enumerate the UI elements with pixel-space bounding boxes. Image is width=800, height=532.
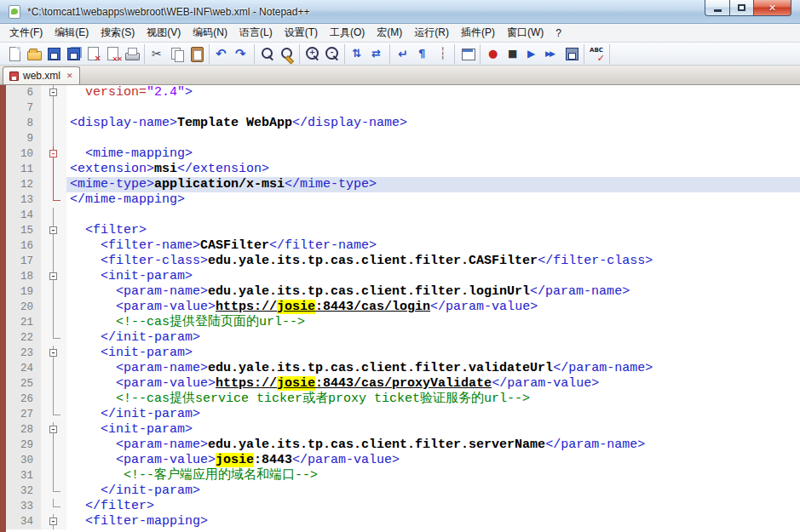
line-number[interactable]: 18 (6, 269, 41, 284)
menu-item-file[interactable]: 文件(F) (3, 24, 49, 42)
line-number[interactable]: 17 (6, 254, 41, 269)
zoom-out-icon[interactable] (324, 45, 342, 63)
save-icon[interactable] (45, 45, 63, 63)
zoom-in-icon[interactable] (304, 45, 322, 63)
print-icon[interactable] (124, 45, 141, 63)
code-text[interactable] (66, 208, 800, 223)
code-text[interactable]: <!--cas提供service ticker或者proxy ticket验证服… (66, 392, 800, 407)
code-text[interactable]: </init-param> (66, 407, 800, 422)
code-text[interactable]: <mime-type>application/x-msi</mime-type> (66, 177, 800, 192)
code-text[interactable]: </init-param> (66, 330, 800, 346)
menu-item-window[interactable]: 窗口(W) (501, 24, 550, 42)
paste-icon[interactable] (188, 45, 206, 63)
menu-item-view[interactable]: 视图(V) (141, 24, 187, 42)
line-number[interactable]: 9 (6, 131, 41, 146)
code-text[interactable]: <filter> (66, 223, 800, 238)
line-number[interactable]: 24 (6, 361, 41, 376)
fold-collapse-icon[interactable]: - (49, 518, 57, 525)
menu-item-help[interactable]: ? (550, 26, 567, 41)
line-number[interactable]: 29 (6, 438, 41, 453)
line-number[interactable]: 10 (6, 146, 41, 162)
code-text[interactable]: </mime-mapping> (66, 192, 800, 208)
line-number[interactable]: 19 (6, 284, 41, 300)
menu-item-run[interactable]: 运行(R) (408, 24, 455, 42)
line-number[interactable]: 21 (6, 315, 41, 330)
line-number[interactable]: 11 (6, 162, 41, 177)
copy-icon[interactable] (169, 45, 187, 63)
fold-collapse-icon[interactable]: - (49, 89, 57, 96)
code-text[interactable]: <filter-name>CASFilter</filter-name> (66, 238, 800, 254)
fold-marker[interactable]: - (41, 514, 66, 529)
line-number[interactable]: 7 (6, 100, 41, 116)
new-file-icon[interactable] (6, 45, 24, 63)
line-number[interactable]: 8 (6, 116, 41, 131)
code-text[interactable]: <init-param> (66, 269, 800, 284)
close-button[interactable]: ✕ (754, 0, 791, 16)
menu-item-search[interactable]: 搜索(S) (95, 24, 141, 42)
fold-marker[interactable]: - (41, 85, 66, 100)
line-number[interactable]: 13 (6, 192, 41, 208)
code-text[interactable]: <extension>msi</extension> (66, 162, 800, 177)
fold-marker[interactable]: - (41, 146, 66, 162)
code-text[interactable]: <param-name>edu.yale.its.tp.cas.client.f… (66, 284, 800, 300)
line-number[interactable]: 27 (6, 407, 41, 422)
code-text[interactable] (66, 100, 800, 116)
close-all-icon[interactable] (104, 45, 122, 63)
code-text[interactable] (66, 131, 800, 146)
indent-guide-icon[interactable] (434, 45, 452, 63)
code-text[interactable]: <mime-mapping> (66, 146, 800, 162)
code-text[interactable]: </filter> (66, 499, 800, 514)
code-text[interactable]: <filter-mapping> (66, 514, 800, 529)
code-text[interactable]: <display-name>Template WebApp</display-n… (66, 116, 800, 131)
editor[interactable]: 6- version="2.4">78<display-name>Templat… (0, 85, 800, 532)
replace-icon[interactable] (279, 45, 296, 63)
sync-scroll-horizontal-icon[interactable] (369, 45, 387, 63)
menu-item-plugins[interactable]: 插件(P) (455, 24, 501, 42)
redo-icon[interactable] (233, 45, 251, 63)
code-text[interactable]: <param-value>https://josie:8443/cas/prox… (66, 376, 800, 392)
line-number[interactable]: 34 (6, 514, 41, 529)
fold-collapse-icon[interactable]: - (49, 272, 57, 280)
maximize-button[interactable] (730, 0, 754, 16)
save-macro-icon[interactable] (563, 45, 581, 63)
line-number[interactable]: 32 (6, 483, 41, 499)
fold-marker[interactable]: - (41, 269, 66, 284)
record-macro-icon[interactable] (485, 45, 503, 63)
code-text[interactable]: version="2.4"> (66, 85, 800, 100)
find-icon[interactable] (259, 45, 277, 63)
spell-check-icon[interactable] (589, 45, 607, 63)
line-number[interactable]: 14 (6, 208, 41, 223)
sync-scroll-vertical-icon[interactable] (349, 45, 367, 63)
line-number[interactable]: 28 (6, 422, 41, 438)
menu-item-encoding[interactable]: 编码(N) (187, 24, 233, 42)
line-number[interactable]: 22 (6, 330, 41, 346)
close-icon[interactable] (84, 45, 102, 63)
code-text[interactable]: <!--客户端应用的域名和端口--> (66, 468, 800, 483)
menu-item-edit[interactable]: 编辑(E) (49, 24, 95, 42)
playback-macro-icon[interactable] (524, 45, 542, 63)
run-macro-multiple-icon[interactable] (544, 45, 561, 63)
line-number[interactable]: 20 (6, 300, 41, 315)
line-number[interactable]: 23 (6, 346, 41, 361)
line-number[interactable]: 33 (6, 499, 41, 514)
line-number[interactable]: 6 (6, 85, 41, 100)
open-icon[interactable] (26, 45, 43, 63)
minimize-button[interactable] (705, 0, 730, 16)
code-text[interactable]: <init-param> (66, 346, 800, 361)
tab-web-xml[interactable]: web.xml ✕ (3, 66, 80, 84)
tab-close-icon[interactable]: ✕ (66, 72, 73, 80)
menu-item-tools[interactable]: 工具(O) (324, 24, 371, 42)
fold-collapse-icon[interactable]: - (49, 226, 57, 234)
line-number[interactable]: 15 (6, 223, 41, 238)
code-text[interactable]: <param-name>edu.yale.its.tp.cas.client.f… (66, 438, 800, 453)
menu-item-settings[interactable]: 设置(T) (279, 24, 324, 42)
show-all-characters-icon[interactable] (414, 45, 432, 63)
code-text[interactable]: <param-value>https://josie:8443/cas/logi… (66, 300, 800, 315)
cut-icon[interactable] (149, 45, 167, 63)
stop-macro-icon[interactable] (504, 45, 522, 63)
fold-collapse-icon[interactable]: - (49, 349, 57, 357)
line-number[interactable]: 12 (6, 177, 41, 192)
fold-collapse-icon[interactable]: - (49, 426, 57, 433)
fold-marker[interactable]: - (41, 422, 66, 438)
word-wrap-icon[interactable] (394, 45, 412, 63)
